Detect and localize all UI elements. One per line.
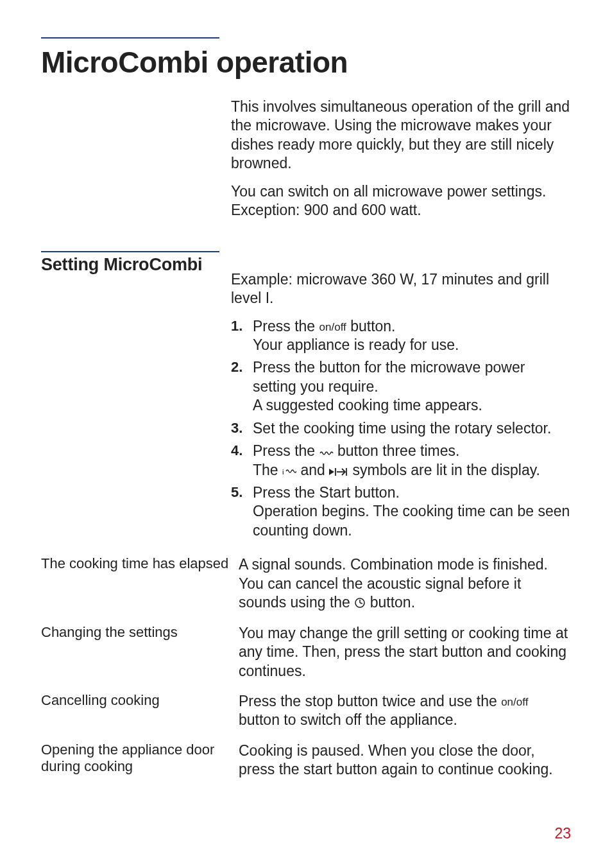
intro-paragraph-1: This involves simultaneous operation of … xyxy=(231,98,571,173)
step-2-text-c: A suggested cooking time appears. xyxy=(253,397,482,413)
sub-cancelling-label: Cancelling cooking xyxy=(41,692,239,709)
intro-block: This involves simultaneous operation of … xyxy=(41,98,571,229)
sub-cancelling: Cancelling cooking Press the stop button… xyxy=(41,692,571,730)
sub-cancelling-text-post: button to switch off the appliance. xyxy=(239,711,457,728)
example-text: Example: microwave 360 W, 17 minutes and… xyxy=(231,270,571,308)
section-rule xyxy=(41,251,219,252)
step-2: Press the button for the microwave power… xyxy=(231,358,571,415)
svg-line-7 xyxy=(360,603,362,603)
grill-small-icon: i xyxy=(282,462,296,478)
step-1-text-a: Press the xyxy=(253,318,319,334)
step-1-text-c: Your appliance is ready for use. xyxy=(253,336,459,353)
title-rule xyxy=(41,37,219,39)
svg-text:i: i xyxy=(282,468,284,476)
step-4: Press the button three times. The i and … xyxy=(231,442,571,480)
step-3: Set the cooking time using the rotary se… xyxy=(231,419,571,438)
sub-opening-text: Cooking is paused. When you close the do… xyxy=(239,742,553,777)
sub-cancelling-text-pre: Press the stop button twice and use the xyxy=(239,693,501,709)
section-heading: Setting MicroCombi xyxy=(41,255,231,275)
step-4-text-c-mid: and xyxy=(296,462,329,478)
sub-elapsed-text-post: button. xyxy=(366,594,415,611)
page-number: 23 xyxy=(554,825,571,842)
step-5: Press the Start button. Operation begins… xyxy=(231,483,571,540)
step-3-text-a: Set the cooking time using the rotary se… xyxy=(253,420,551,437)
step-4-text-a: Press the xyxy=(253,442,319,459)
step-1-text-b: button. xyxy=(346,318,396,334)
step-1: Press the on/off button. Your appliance … xyxy=(231,317,571,355)
step-4-text-c-post: symbols are lit in the display. xyxy=(348,462,540,478)
sub-elapsed-label: The cooking time has elapsed xyxy=(41,555,239,572)
sub-changing-text: You may change the grill setting or cook… xyxy=(239,625,568,679)
step-list: Press the on/off button. Your appliance … xyxy=(231,317,571,541)
clock-icon xyxy=(354,594,366,611)
step-5-text-c: Operation begins. The cooking time can b… xyxy=(253,503,570,538)
page-title: MicroCombi operation xyxy=(41,45,571,80)
step-4-text-b: button three times. xyxy=(334,442,460,459)
step-2-text-a: Press the button for the microwave power… xyxy=(253,359,525,394)
step-5-text-a: Press the Start button. xyxy=(253,484,400,501)
onoff-label: on/off xyxy=(319,321,346,333)
intro-paragraph-2: You can switch on all microwave power se… xyxy=(231,182,571,220)
play-arrow-icon xyxy=(329,462,348,478)
svg-marker-1 xyxy=(329,469,334,475)
page: MicroCombi operation This involves simul… xyxy=(0,0,612,868)
onoff-label: on/off xyxy=(501,696,528,708)
sub-changing: Changing the settings You may change the… xyxy=(41,624,571,681)
sub-opening: Opening the appliance door during cookin… xyxy=(41,742,571,779)
sub-opening-label: Opening the appliance door during cookin… xyxy=(41,742,239,776)
grill-icon xyxy=(319,442,334,459)
sub-changing-label: Changing the settings xyxy=(41,624,239,641)
section-block: Setting MicroCombi Example: microwave 36… xyxy=(41,255,571,544)
sub-elapsed: The cooking time has elapsed A signal so… xyxy=(41,555,571,612)
step-4-text-c-pre: The xyxy=(253,462,282,478)
